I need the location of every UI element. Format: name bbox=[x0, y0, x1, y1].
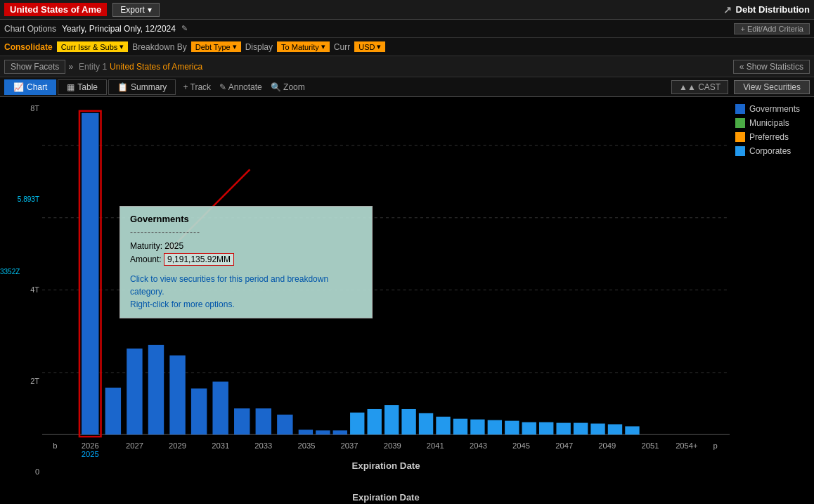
chevron-down-icon: ▾ bbox=[233, 42, 237, 51]
top-bar: United States of Ame Export ▾ ↗ Debt Dis… bbox=[0, 0, 814, 20]
chart-tab-actions: + Track ✎ Annotate 🔍 Zoom bbox=[183, 82, 304, 92]
chart-options-value: Yearly, Principal Only, 12/2024 bbox=[62, 24, 176, 34]
bar-2039[interactable] bbox=[368, 409, 382, 434]
bar-2051[interactable] bbox=[574, 423, 588, 435]
y-label-5893t: 5.893T bbox=[3, 195, 39, 203]
chart-options-label: Chart Options bbox=[4, 24, 56, 34]
legend-color-corporates bbox=[735, 146, 745, 156]
tooltip-amount-value: 9,191,135.92MM bbox=[164, 253, 234, 266]
bar-2047[interactable] bbox=[505, 421, 519, 435]
y-label-4t: 4T bbox=[3, 285, 39, 294]
bar-2052[interactable] bbox=[590, 424, 605, 435]
edit-pencil-icon[interactable]: ✎ bbox=[181, 24, 188, 33]
tooltip-title: Governments bbox=[130, 214, 362, 224]
legend-label-preferreds: Preferreds bbox=[749, 132, 789, 142]
chevron-down-icon: ▾ bbox=[377, 42, 381, 51]
svg-text:2051: 2051 bbox=[641, 441, 659, 450]
external-link-icon: ↗ bbox=[723, 4, 732, 15]
svg-text:2054+: 2054+ bbox=[676, 441, 697, 450]
svg-text:2031: 2031 bbox=[212, 441, 229, 450]
tab-table[interactable]: ▦ Table bbox=[58, 79, 107, 95]
display-dropdown[interactable]: To Maturity ▾ bbox=[277, 41, 330, 52]
bar-2035[interactable] bbox=[299, 429, 313, 434]
zoom-button[interactable]: 🔍 Zoom bbox=[271, 82, 305, 92]
right-tab-actions: ▲ ▲ CAST View Securities bbox=[671, 80, 810, 94]
svg-text:2033: 2033 bbox=[254, 441, 272, 450]
bar-2044[interactable] bbox=[453, 419, 467, 435]
export-button[interactable]: Export ▾ bbox=[112, 3, 160, 17]
tab-summary[interactable]: 📋 Summary bbox=[108, 79, 176, 95]
bar-2032[interactable] bbox=[234, 408, 250, 434]
bar-2054plus[interactable] bbox=[625, 426, 639, 434]
consolidate-label: Consolidate bbox=[4, 42, 53, 52]
edit-criteria-button[interactable]: + Edit/Add Criteria bbox=[734, 23, 810, 34]
bar-2029[interactable] bbox=[169, 356, 185, 435]
breakdown-dropdown[interactable]: Debt Type ▾ bbox=[191, 41, 241, 52]
bar-2041[interactable] bbox=[401, 409, 415, 434]
arrow-right-icon: » bbox=[68, 62, 73, 72]
chart-container: b 2026 2025 2027 2029 2031 2033 2035 203… bbox=[42, 97, 730, 504]
bar-2042[interactable] bbox=[419, 413, 433, 434]
bar-2028[interactable] bbox=[148, 345, 164, 434]
svg-text:p: p bbox=[713, 441, 718, 450]
consolidate-bar: Consolidate Curr Issr & Subs ▾ Breakdown… bbox=[0, 38, 814, 56]
bar-2030[interactable] bbox=[191, 389, 207, 435]
y-label-2t: 2T bbox=[3, 377, 39, 385]
bar-2027[interactable] bbox=[127, 349, 142, 434]
bar-2046[interactable] bbox=[488, 420, 502, 435]
legend-color-governments bbox=[735, 104, 745, 114]
table-icon: ▦ bbox=[67, 82, 75, 92]
bar-2037[interactable] bbox=[333, 430, 347, 434]
track-button[interactable]: + Track bbox=[183, 82, 211, 92]
y-label-0: 0 bbox=[3, 467, 39, 476]
curr-label: Curr bbox=[334, 42, 350, 52]
svg-text:b: b bbox=[53, 441, 57, 450]
chevron-down-icon: ▾ bbox=[119, 42, 124, 51]
tooltip-dashes: -------------------- bbox=[130, 227, 362, 237]
svg-text:2026: 2026 bbox=[82, 441, 99, 450]
bar-2050[interactable] bbox=[556, 423, 570, 435]
y-axis: 8T 5.893T 4T 2T 0 3352Z bbox=[0, 97, 42, 504]
bar-2040[interactable] bbox=[385, 405, 399, 434]
curr-dropdown[interactable]: USD ▾ bbox=[354, 41, 385, 52]
svg-text:Expiration Date: Expiration Date bbox=[351, 460, 420, 471]
show-facets-button[interactable]: Show Facets bbox=[4, 60, 65, 74]
tooltip-amount: Amount: 9,191,135.92MM bbox=[130, 253, 362, 266]
legend-color-municipals bbox=[735, 118, 745, 128]
annotate-button[interactable]: ✎ Annotate bbox=[219, 82, 262, 92]
svg-text:2027: 2027 bbox=[126, 441, 143, 450]
chevron-down-icon: ▾ bbox=[148, 5, 152, 15]
svg-text:2049: 2049 bbox=[598, 441, 616, 450]
svg-text:2039: 2039 bbox=[384, 441, 401, 450]
y-special-label: 3352Z bbox=[0, 268, 20, 276]
breakdown-label: Breakdown By bbox=[132, 42, 186, 52]
debt-distribution-title: ↗ Debt Distribution bbox=[723, 4, 810, 15]
bar-2049[interactable] bbox=[539, 422, 553, 435]
cast-button[interactable]: ▲ ▲ CAST bbox=[671, 80, 728, 94]
bar-2025[interactable] bbox=[82, 113, 98, 434]
curr-issr-dropdown[interactable]: Curr Issr & Subs ▾ bbox=[57, 41, 129, 52]
cast-icon: ▲ bbox=[679, 82, 687, 92]
display-label: Display bbox=[245, 42, 273, 52]
chevron-down-icon: ▾ bbox=[321, 42, 325, 51]
view-securities-button[interactable]: View Securities bbox=[734, 80, 810, 94]
bar-2026[interactable] bbox=[105, 388, 121, 435]
legend: Governments Municipals Preferreds Corpor… bbox=[730, 97, 814, 504]
bar-2038[interactable] bbox=[350, 413, 364, 434]
svg-text:2029: 2029 bbox=[169, 441, 186, 450]
bar-2043[interactable] bbox=[436, 417, 450, 434]
svg-text:2047: 2047 bbox=[555, 441, 573, 450]
bar-2034[interactable] bbox=[277, 415, 292, 434]
bar-2045[interactable] bbox=[470, 420, 484, 435]
bar-2048[interactable] bbox=[522, 422, 536, 435]
legend-color-preferreds bbox=[735, 132, 745, 142]
bar-2036[interactable] bbox=[316, 430, 330, 434]
bar-2053[interactable] bbox=[608, 425, 622, 435]
facets-bar: Show Facets » Entity 1 United States of … bbox=[0, 56, 814, 77]
show-statistics-button[interactable]: « Show Statistics bbox=[733, 60, 810, 74]
legend-label-municipals: Municipals bbox=[749, 118, 789, 128]
bar-2031[interactable] bbox=[212, 382, 228, 434]
bar-2033[interactable] bbox=[256, 408, 271, 434]
tooltip-hint: Click to view securities for this period… bbox=[130, 273, 362, 311]
tab-chart[interactable]: 📈 Chart bbox=[4, 79, 56, 95]
